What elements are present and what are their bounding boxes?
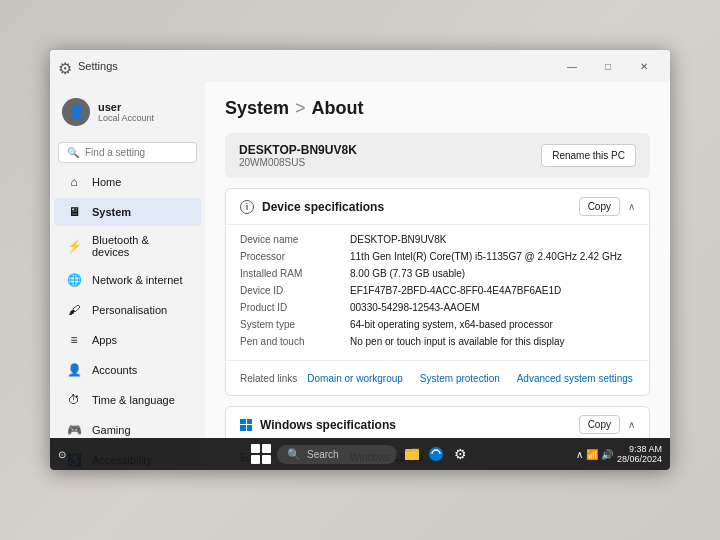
accounts-icon: 👤 [66,362,82,378]
title-bar: ⚙ Settings — □ ✕ [50,50,670,82]
sidebar: 👤 user Local Account 🔍 ⌂ Ho [50,82,205,470]
sidebar-item-system[interactable]: 🖥 System [54,198,201,226]
search-box[interactable]: 🔍 [58,142,197,163]
user-info: user Local Account [98,101,154,123]
taskbar-misc-icon: ⊙ [58,449,66,460]
sidebar-item-label: Home [92,176,121,188]
spec-value: 8.00 GB (7.73 GB usable) [350,268,635,279]
window-controls: — □ ✕ [554,52,662,80]
sidebar-item-network[interactable]: 🌐 Network & internet [54,266,201,294]
system-protection-link[interactable]: System protection [420,373,500,384]
taskbar-right: ∧ 📶 🔊 9:38 AM 28/06/2024 [576,444,662,464]
table-row: Device name DESKTOP-BN9UV8K [240,231,635,248]
page-header: System > About [225,98,650,119]
sidebar-item-bluetooth[interactable]: ⚡ Bluetooth & devices [54,228,201,264]
sidebar-item-label: Personalisation [92,304,167,316]
section-title-row: Windows specifications [240,418,396,432]
taskbar-search[interactable]: 🔍 Search [277,445,397,464]
start-button[interactable] [251,444,271,464]
spec-label: System type [240,319,350,330]
device-specs-title: Device specifications [262,200,384,214]
spec-value: 11th Gen Intel(R) Core(TM) i5-1135G7 @ 2… [350,251,635,262]
spec-label: Installed RAM [240,268,350,279]
spec-value: 64-bit operating system, x64-based proce… [350,319,635,330]
taskbar-icon-explorer[interactable] [403,445,421,463]
home-icon: ⌂ [66,174,82,190]
gaming-icon: 🎮 [66,422,82,438]
sidebar-item-apps[interactable]: ≡ Apps [54,326,201,354]
table-row: Installed RAM 8.00 GB (7.73 GB usable) [240,265,635,282]
svg-rect-1 [405,452,419,460]
personalisation-icon: 🖌 [66,302,82,318]
system-tray-left: ⊙ [58,449,66,460]
spec-value: No pen or touch input is available for t… [350,336,635,347]
info-icon: i [240,200,254,214]
taskbar-left: ⊙ [58,449,66,460]
title-bar-left: ⚙ Settings [58,59,554,73]
chevron-up-icon: ∧ [628,419,635,430]
spec-label: Processor [240,251,350,262]
section-actions: Copy ∧ [579,415,635,434]
user-section: 👤 user Local Account [50,90,205,134]
network-icon: 🌐 [66,272,82,288]
pc-model: 20WM008SUS [239,157,357,168]
copy-specs-button[interactable]: Copy [579,197,620,216]
clock-time: 9:38 AM [629,444,662,454]
windows-icon [240,419,252,431]
table-row: Processor 11th Gen Intel(R) Core(TM) i5-… [240,248,635,265]
breadcrumb-system: System [225,98,289,119]
breadcrumb-about: About [312,98,364,119]
rename-pc-button[interactable]: Rename this PC [541,144,636,167]
sidebar-item-label: Apps [92,334,117,346]
sidebar-item-label: System [92,206,131,218]
system-tray: ∧ 📶 🔊 [576,449,613,460]
device-specs-section: i Device specifications Copy ∧ Device na… [225,188,650,396]
bluetooth-icon: ⚡ [66,238,82,254]
pc-name-info: DESKTOP-BN9UV8K 20WM008SUS [239,143,357,168]
svg-point-2 [429,447,443,461]
sidebar-item-personalisation[interactable]: 🖌 Personalisation [54,296,201,324]
table-row: System type 64-bit operating system, x64… [240,316,635,333]
clock-date: 28/06/2024 [617,454,662,464]
window-title: Settings [78,60,118,72]
close-button[interactable]: ✕ [626,52,662,80]
user-type: Local Account [98,113,154,123]
tray-arrow-icon: ∧ [576,449,583,460]
spec-label: Product ID [240,302,350,313]
spec-label: Device name [240,234,350,245]
specs-table: Device name DESKTOP-BN9UV8K Processor 11… [226,225,649,360]
sidebar-item-label: Accounts [92,364,137,376]
windows-specs-title: Windows specifications [260,418,396,432]
time-icon: ⏱ [66,392,82,408]
sidebar-item-accounts[interactable]: 👤 Accounts [54,356,201,384]
section-title-row: i Device specifications [240,200,384,214]
copy-win-specs-button[interactable]: Copy [579,415,620,434]
related-links: Related links Domain or workgroup System… [226,360,649,395]
minimize-button[interactable]: — [554,52,590,80]
spec-label: Pen and touch [240,336,350,347]
volume-tray-icon: 🔊 [601,449,613,460]
taskbar-center: 🔍 Search ⚙ [251,444,469,464]
search-input[interactable] [85,147,205,158]
system-icon: 🖥 [66,204,82,220]
taskbar-icon-edge[interactable] [427,445,445,463]
related-label: Related links [240,373,297,384]
sidebar-item-label: Gaming [92,424,131,436]
search-icon: 🔍 [67,147,79,158]
taskbar-search-label: Search [307,449,339,460]
sidebar-item-label: Bluetooth & devices [92,234,189,258]
pc-name: DESKTOP-BN9UV8K [239,143,357,157]
windows-logo [240,419,252,431]
sidebar-item-time[interactable]: ⏱ Time & language [54,386,201,414]
maximize-button[interactable]: □ [590,52,626,80]
sidebar-item-home[interactable]: ⌂ Home [54,168,201,196]
taskbar-icon-settings[interactable]: ⚙ [451,445,469,463]
domain-workgroup-link[interactable]: Domain or workgroup [307,373,403,384]
device-specs-header[interactable]: i Device specifications Copy ∧ [226,189,649,225]
avatar: 👤 [62,98,90,126]
pc-name-section: DESKTOP-BN9UV8K 20WM008SUS Rename this P… [225,133,650,178]
spec-label: Device ID [240,285,350,296]
advanced-system-link[interactable]: Advanced system settings [517,373,633,384]
settings-icon: ⚙ [58,59,72,73]
sidebar-item-label: Network & internet [92,274,182,286]
